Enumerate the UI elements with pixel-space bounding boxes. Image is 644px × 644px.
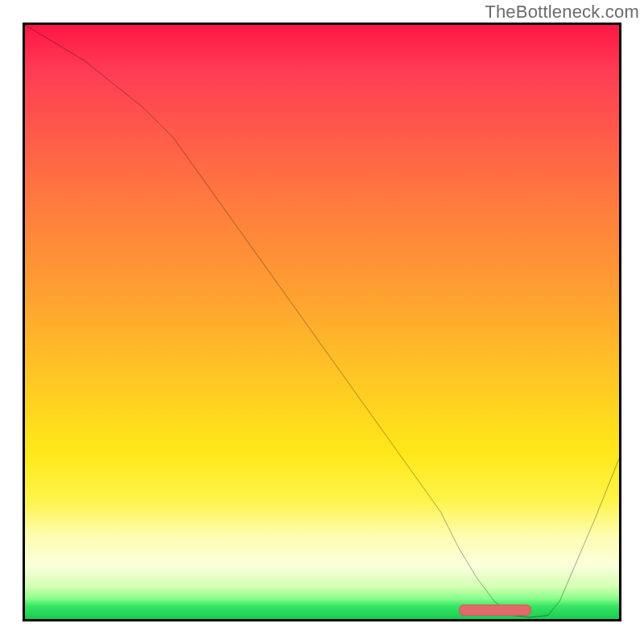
curve-path <box>25 25 619 617</box>
watermark-text: TheBottleneck.com <box>485 2 639 23</box>
bottleneck-curve <box>25 25 619 619</box>
chart-container: TheBottleneck.com <box>0 0 644 644</box>
plot-area <box>23 23 621 621</box>
optimal-range-marker <box>459 605 532 616</box>
